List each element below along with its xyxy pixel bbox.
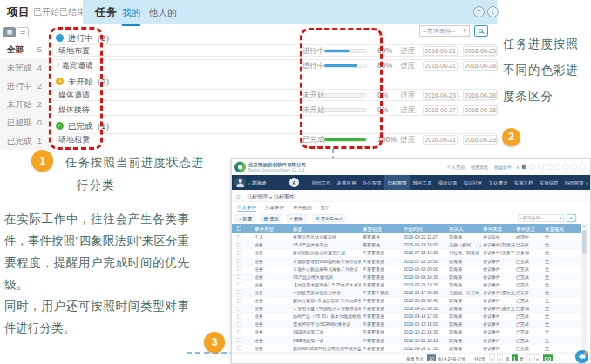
app-color-icon[interactable] (521, 164, 527, 170)
table-header-cell[interactable]: 重要程度 (363, 224, 401, 233)
new-button[interactable]: +新建 (235, 214, 255, 222)
table-row[interactable]: 业务V5.6产品体验平台重要紧急2015-06-18 16:00王丽（携同）、王… (232, 241, 581, 249)
chevron-down-icon[interactable]: ∨ (516, 165, 520, 170)
table-header-cell[interactable]: 事件状态 (516, 224, 543, 233)
avatar[interactable] (234, 177, 246, 188)
subtab-others[interactable]: 他人的 (149, 0, 177, 24)
table-header-cell[interactable]: 标题 (293, 224, 361, 233)
table-row[interactable]: 业务V5产品运维大纲培训不重要紧急2013-06-06 16:30郭海涛会议事件… (232, 273, 581, 281)
sidebar-item-unfinished[interactable]: 未完成4 (0, 58, 48, 77)
date-end[interactable]: 2016-06-23 (463, 46, 498, 56)
table-row[interactable]: 业务【内容需求度审会】5.25会员大会宣传V5新品交流会·产..不重要紧急201… (232, 281, 581, 289)
nav-item-8[interactable]: 实施文档 (511, 175, 536, 190)
table-row[interactable]: 业务市场中心新品发布与筹备工作会议不重要紧急2013-06-09 09:00郭海… (232, 265, 581, 273)
table-row[interactable]: 业务解决方案部×市场运营部 工作协调会议不重要紧急2013-05-08 08:4… (232, 297, 581, 305)
tab-tasks[interactable]: 任务 (95, 0, 117, 24)
first-page-button[interactable]: « (489, 355, 495, 362)
list-view-toggle[interactable]: ☰ (17, 27, 29, 37)
tab-ended[interactable]: 已结束 (59, 0, 85, 24)
table-row[interactable]: 业务工业电子版（中国电子工业标准化研究院）不重要紧急2013-04-23 08:… (232, 305, 581, 313)
tab-started[interactable]: 已开始 (33, 0, 59, 24)
announcement-floater-icon[interactable] (575, 350, 588, 363)
a8-badge-icon[interactable]: A (289, 178, 299, 187)
row-checkbox[interactable] (237, 291, 241, 295)
date-start[interactable]: 2016-06-21 (423, 135, 458, 145)
task-row[interactable]: ! 嘉宾邀请 进行中 80% 进度 2016-06-21 - 2016-06-2… (52, 59, 497, 71)
grid-view-toggle[interactable]: ▦ (3, 27, 16, 37)
subtab-mine[interactable]: 我的 (122, 0, 140, 26)
table-row[interactable]: 个人春季运营活动方案安排重要紧急2016-03-22 11:27郭海涛会议安排处… (232, 233, 581, 241)
nav-item-10[interactable]: 协同管理 (561, 175, 587, 190)
nav-item-9[interactable]: 实施信息 (536, 175, 561, 190)
sidebar-item-all[interactable]: 全部5 (0, 40, 48, 58)
row-checkbox[interactable] (237, 259, 241, 263)
table-header-cell[interactable]: 相关人 (449, 224, 481, 233)
header-link-sales-nav[interactable]: 销售导航 (471, 165, 488, 171)
nav-prev-icon[interactable]: ‹ (581, 175, 582, 190)
date-start[interactable]: 2016-06-21 (423, 46, 458, 56)
prev-page-button[interactable]: ‹ (497, 355, 503, 362)
task-row[interactable]: 媒体邀请 未开始 0% 进度 2016-06-23 - 2016-06-28 (52, 89, 497, 101)
scroll-up-icon[interactable]: ▲ (581, 225, 588, 228)
query-condition-select[interactable]: --查询条件--▼ (518, 214, 564, 222)
task-row[interactable]: 场地布置 进行中 60% 进度 2016-06-21 - 2016-06-23 (52, 44, 497, 57)
tab-statistics[interactable]: 统计 (321, 202, 330, 212)
row-checkbox[interactable] (237, 330, 241, 334)
header-tool-icon[interactable] (530, 164, 536, 170)
sidebar-item-inprogress[interactable]: 进行中2 (0, 77, 48, 95)
table-header-cell[interactable]: 事件类型 (255, 224, 289, 233)
row-checkbox[interactable] (237, 266, 241, 271)
nav-item-6[interactable]: 知识社区 (460, 175, 486, 190)
tab-shared-events[interactable]: 共享事件 (265, 202, 284, 212)
nav-item-5[interactable]: 项目记录 (435, 175, 460, 190)
header-tool-icon[interactable] (571, 164, 577, 170)
nav-item-4[interactable]: 我的工具 (410, 175, 435, 190)
date-start[interactable]: 2016-06-27 (423, 105, 458, 115)
row-checkbox[interactable] (237, 243, 241, 247)
date-start[interactable]: 2016-06-21 (423, 61, 458, 71)
row-checkbox[interactable] (237, 346, 241, 350)
table-row[interactable]: 业务需求管理平台/SCRM对接会议不重要紧急2013-02-19 15:00郭海… (232, 320, 581, 328)
header-tool-icon[interactable] (554, 164, 560, 170)
sidebar-item-done[interactable]: 已完成1 (0, 131, 48, 150)
table-row[interactable]: 业务协同产品（V5.50）基本功能迎检培训不重要紧急2013-04-16 17:… (232, 313, 581, 320)
table-row[interactable]: 业务市场部整理的V6bug列表专项讨论会不重要紧急2013-07-10 10:0… (232, 257, 581, 265)
task-row[interactable]: 媒体接待 未开始 0% 进度 2016-06-27 - 2016-06-28 (52, 104, 497, 116)
row-checkbox[interactable] (237, 338, 241, 342)
row-checkbox[interactable] (237, 251, 241, 255)
table-row[interactable]: 业务OEE培训第一讲不重要紧急2012-10-22 18:10郭海涛会议事件已完… (232, 336, 581, 344)
table-scrollbar[interactable]: ▲ ▼ (581, 224, 588, 353)
header-link-personal-space[interactable]: 个人空间 (447, 165, 465, 171)
current-user[interactable]: 郭海涛 (248, 179, 266, 186)
sidebar-item-notstarted[interactable]: 未开始2 (0, 95, 48, 113)
date-end[interactable]: 2016-06-28 (463, 91, 498, 100)
table-row[interactable]: 业务建议国际运输公司规范汇报不重要紧急2013-07-25 13:30代红梅、郭… (232, 249, 581, 257)
table-row[interactable]: 业务新四A8/U8软件在运维应用中成长监察培训不重要紧急2012-09-26 1… (232, 344, 581, 352)
header-tool-icon[interactable] (547, 164, 553, 170)
header-tool-icon[interactable] (580, 164, 586, 170)
download-icon[interactable]: ↓ (487, 6, 499, 17)
tab-personal-events[interactable]: 个人事件 (237, 202, 256, 212)
search-button[interactable] (567, 214, 576, 222)
delete-button[interactable]: ×删除 (287, 214, 307, 222)
row-checkbox[interactable] (237, 275, 241, 280)
table-row[interactable]: 业务OEE培训第二讲不重要紧急2012-10-23 16:30郭海涛会议事件已完… (232, 328, 581, 336)
table-row[interactable]: 业务中国航空器材信息分析会不重要不紧急2013-05-17 09:30王丽娟、伍… (232, 289, 581, 297)
date-end[interactable]: 2016-06-23 (463, 135, 498, 145)
table-header-cell[interactable]: 开始时间 (404, 224, 447, 233)
nav-item-7[interactable]: 文化建设 (486, 175, 511, 190)
nav-item-0[interactable]: 协同工作 (309, 175, 334, 190)
row-checkbox[interactable] (237, 314, 241, 319)
last-page-button[interactable]: » (534, 355, 540, 362)
header-tool-icon[interactable] (563, 164, 569, 170)
current-page[interactable]: 1 (512, 355, 518, 362)
row-checkbox[interactable] (237, 235, 241, 239)
table-header-cell[interactable]: 重复规则 (545, 224, 568, 233)
add-task-icon[interactable]: + (473, 6, 485, 17)
nav-item-3[interactable]: 日程管理 (384, 175, 410, 190)
header-link-seeyon[interactable]: 致远软件 (494, 165, 512, 171)
header-tool-icon[interactable] (538, 164, 544, 170)
nav-next-icon[interactable]: › (586, 175, 588, 190)
scrollbar-thumb[interactable] (582, 230, 587, 254)
row-checkbox[interactable] (237, 322, 241, 327)
